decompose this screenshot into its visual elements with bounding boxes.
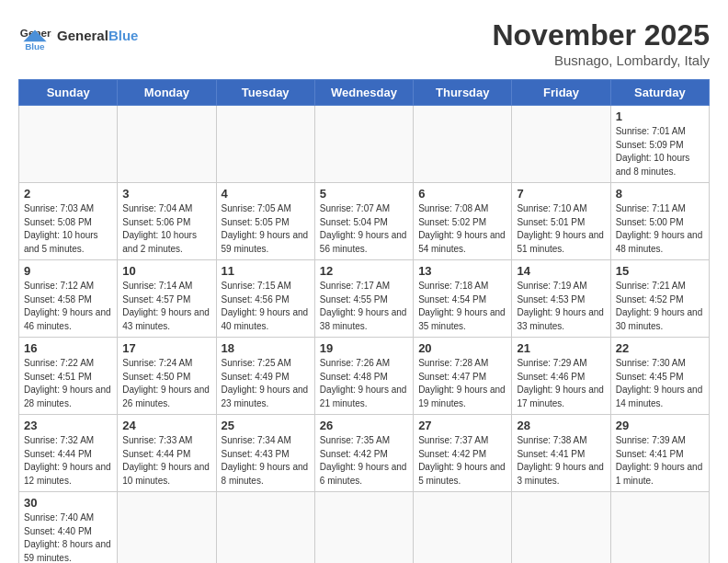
day-number: 8 xyxy=(616,187,704,201)
day-number: 22 xyxy=(616,341,704,355)
calendar: SundayMondayTuesdayWednesdayThursdayFrid… xyxy=(18,79,710,563)
day-info: Sunrise: 7:30 AM Sunset: 4:45 PM Dayligh… xyxy=(616,357,704,410)
day-info: Sunrise: 7:08 AM Sunset: 5:02 PM Dayligh… xyxy=(418,202,506,256)
day-number: 5 xyxy=(320,187,408,201)
day-number: 4 xyxy=(222,187,310,201)
day-cell: 6Sunrise: 7:08 AM Sunset: 5:02 PM Daylig… xyxy=(414,183,512,260)
day-info: Sunrise: 7:15 AM Sunset: 4:56 PM Dayligh… xyxy=(222,280,310,333)
day-cell: 16Sunrise: 7:22 AM Sunset: 4:51 PM Dayli… xyxy=(19,338,118,415)
week-row-5: 23Sunrise: 7:32 AM Sunset: 4:44 PM Dayli… xyxy=(19,415,710,492)
day-cell: 9Sunrise: 7:12 AM Sunset: 4:58 PM Daylig… xyxy=(19,260,118,338)
day-cell: 5Sunrise: 7:07 AM Sunset: 5:04 PM Daylig… xyxy=(314,183,413,260)
day-number: 10 xyxy=(122,264,210,278)
day-cell: 12Sunrise: 7:17 AM Sunset: 4:55 PM Dayli… xyxy=(314,260,413,338)
day-info: Sunrise: 7:04 AM Sunset: 5:06 PM Dayligh… xyxy=(122,202,210,256)
day-cell xyxy=(414,492,512,564)
day-number: 20 xyxy=(418,341,506,355)
day-info: Sunrise: 7:24 AM Sunset: 4:50 PM Dayligh… xyxy=(122,357,210,410)
day-number: 27 xyxy=(418,419,506,432)
day-number: 28 xyxy=(517,419,605,432)
day-cell: 19Sunrise: 7:26 AM Sunset: 4:48 PM Dayli… xyxy=(314,338,413,415)
day-cell: 7Sunrise: 7:10 AM Sunset: 5:01 PM Daylig… xyxy=(512,183,610,260)
day-info: Sunrise: 7:33 AM Sunset: 4:44 PM Dayligh… xyxy=(122,434,210,488)
day-cell xyxy=(512,106,610,183)
day-number: 30 xyxy=(24,496,112,510)
day-info: Sunrise: 7:14 AM Sunset: 4:57 PM Dayligh… xyxy=(122,280,210,333)
day-cell xyxy=(314,492,413,564)
day-cell: 21Sunrise: 7:29 AM Sunset: 4:46 PM Dayli… xyxy=(512,338,610,415)
day-info: Sunrise: 7:32 AM Sunset: 4:44 PM Dayligh… xyxy=(24,434,112,488)
day-cell: 1Sunrise: 7:01 AM Sunset: 5:09 PM Daylig… xyxy=(610,106,709,183)
day-cell xyxy=(118,106,216,183)
weekday-header-sunday: Sunday xyxy=(19,80,118,106)
week-row-6: 30Sunrise: 7:40 AM Sunset: 4:40 PM Dayli… xyxy=(19,492,710,564)
day-number: 3 xyxy=(122,187,210,201)
day-info: Sunrise: 7:17 AM Sunset: 4:55 PM Dayligh… xyxy=(320,280,408,333)
day-cell: 23Sunrise: 7:32 AM Sunset: 4:44 PM Dayli… xyxy=(19,415,118,492)
day-cell: 22Sunrise: 7:30 AM Sunset: 4:45 PM Dayli… xyxy=(610,338,709,415)
day-number: 18 xyxy=(222,341,310,355)
day-info: Sunrise: 7:01 AM Sunset: 5:09 PM Dayligh… xyxy=(616,125,704,178)
day-info: Sunrise: 7:25 AM Sunset: 4:49 PM Dayligh… xyxy=(222,357,310,410)
day-number: 2 xyxy=(24,187,112,201)
day-cell: 20Sunrise: 7:28 AM Sunset: 4:47 PM Dayli… xyxy=(414,338,512,415)
day-info: Sunrise: 7:07 AM Sunset: 5:04 PM Dayligh… xyxy=(320,202,408,256)
day-cell: 3Sunrise: 7:04 AM Sunset: 5:06 PM Daylig… xyxy=(118,183,216,260)
weekday-header-monday: Monday xyxy=(118,80,216,106)
day-number: 19 xyxy=(320,341,408,355)
logo: General Blue GeneralBlue xyxy=(18,18,138,52)
day-number: 23 xyxy=(24,419,112,432)
weekday-header-thursday: Thursday xyxy=(414,80,512,106)
day-info: Sunrise: 7:18 AM Sunset: 4:54 PM Dayligh… xyxy=(418,280,506,333)
day-cell: 25Sunrise: 7:34 AM Sunset: 4:43 PM Dayli… xyxy=(216,415,314,492)
week-row-1: 1Sunrise: 7:01 AM Sunset: 5:09 PM Daylig… xyxy=(19,106,710,183)
day-number: 6 xyxy=(418,187,506,201)
day-cell: 29Sunrise: 7:39 AM Sunset: 4:41 PM Dayli… xyxy=(610,415,709,492)
week-row-4: 16Sunrise: 7:22 AM Sunset: 4:51 PM Dayli… xyxy=(19,338,710,415)
logo-general-text: GeneralBlue xyxy=(57,28,138,43)
day-number: 15 xyxy=(616,264,704,278)
day-cell: 10Sunrise: 7:14 AM Sunset: 4:57 PM Dayli… xyxy=(118,260,216,338)
week-row-2: 2Sunrise: 7:03 AM Sunset: 5:08 PM Daylig… xyxy=(19,183,710,260)
day-info: Sunrise: 7:34 AM Sunset: 4:43 PM Dayligh… xyxy=(222,434,310,488)
day-info: Sunrise: 7:21 AM Sunset: 4:52 PM Dayligh… xyxy=(616,280,704,333)
month-title: November 2025 xyxy=(492,18,710,52)
day-info: Sunrise: 7:29 AM Sunset: 4:46 PM Dayligh… xyxy=(517,357,605,410)
day-cell xyxy=(512,492,610,564)
logo-icon: General Blue xyxy=(18,18,51,52)
day-cell: 8Sunrise: 7:11 AM Sunset: 5:00 PM Daylig… xyxy=(610,183,709,260)
weekday-header-wednesday: Wednesday xyxy=(314,80,413,106)
title-block: November 2025 Busnago, Lombardy, Italy xyxy=(492,18,710,68)
day-info: Sunrise: 7:39 AM Sunset: 4:41 PM Dayligh… xyxy=(616,434,704,488)
day-number: 9 xyxy=(24,264,112,278)
day-cell xyxy=(19,106,118,183)
day-info: Sunrise: 7:35 AM Sunset: 4:42 PM Dayligh… xyxy=(320,434,408,488)
day-cell: 13Sunrise: 7:18 AM Sunset: 4:54 PM Dayli… xyxy=(414,260,512,338)
day-cell xyxy=(314,106,413,183)
week-row-3: 9Sunrise: 7:12 AM Sunset: 4:58 PM Daylig… xyxy=(19,260,710,338)
day-number: 1 xyxy=(616,109,704,123)
day-cell: 14Sunrise: 7:19 AM Sunset: 4:53 PM Dayli… xyxy=(512,260,610,338)
day-info: Sunrise: 7:03 AM Sunset: 5:08 PM Dayligh… xyxy=(24,202,112,256)
day-cell: 30Sunrise: 7:40 AM Sunset: 4:40 PM Dayli… xyxy=(19,492,118,564)
day-number: 24 xyxy=(122,419,210,432)
page-header: General Blue GeneralBlue November 2025 B… xyxy=(18,18,710,68)
day-number: 14 xyxy=(517,264,605,278)
day-info: Sunrise: 7:22 AM Sunset: 4:51 PM Dayligh… xyxy=(24,357,112,410)
day-cell xyxy=(610,492,709,564)
day-number: 25 xyxy=(222,419,310,432)
weekday-header-saturday: Saturday xyxy=(610,80,709,106)
day-cell: 26Sunrise: 7:35 AM Sunset: 4:42 PM Dayli… xyxy=(314,415,413,492)
day-cell: 28Sunrise: 7:38 AM Sunset: 4:41 PM Dayli… xyxy=(512,415,610,492)
day-info: Sunrise: 7:19 AM Sunset: 4:53 PM Dayligh… xyxy=(517,280,605,333)
day-number: 11 xyxy=(222,264,310,278)
day-cell: 17Sunrise: 7:24 AM Sunset: 4:50 PM Dayli… xyxy=(118,338,216,415)
day-cell xyxy=(118,492,216,564)
day-cell: 18Sunrise: 7:25 AM Sunset: 4:49 PM Dayli… xyxy=(216,338,314,415)
day-info: Sunrise: 7:26 AM Sunset: 4:48 PM Dayligh… xyxy=(320,357,408,410)
day-cell xyxy=(216,106,314,183)
day-number: 12 xyxy=(320,264,408,278)
day-cell xyxy=(414,106,512,183)
day-number: 7 xyxy=(517,187,605,201)
weekday-header-tuesday: Tuesday xyxy=(216,80,314,106)
